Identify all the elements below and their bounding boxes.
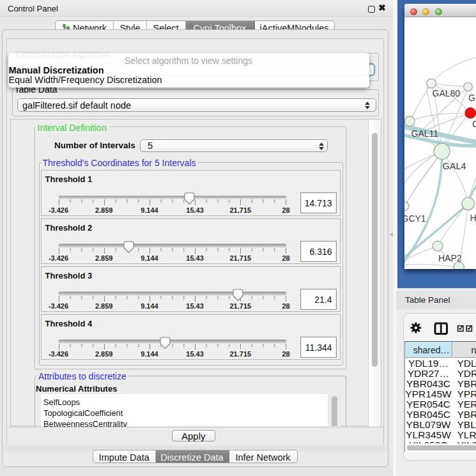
svg-text:HAP2: HAP2 xyxy=(438,252,462,263)
svg-text:C: C xyxy=(472,119,476,129)
svg-text:H: H xyxy=(470,213,476,223)
svg-text:GAL80: GAL80 xyxy=(432,88,460,98)
svg-text:G.: G. xyxy=(468,92,476,102)
svg-text:GAL11: GAL11 xyxy=(411,128,438,138)
svg-text:GCY1: GCY1 xyxy=(404,213,426,223)
svg-text:GAL4: GAL4 xyxy=(442,160,466,171)
